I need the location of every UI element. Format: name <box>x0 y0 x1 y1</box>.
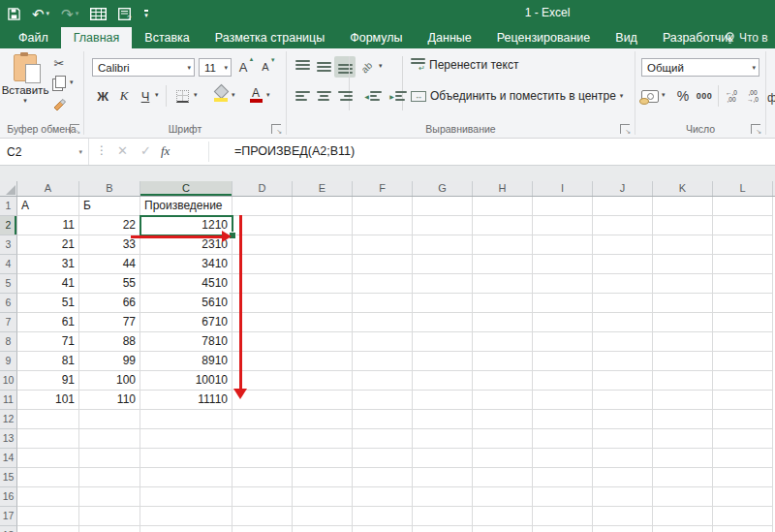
number-dialog-launcher[interactable] <box>751 124 760 134</box>
row-header-4[interactable]: 4 <box>0 255 17 274</box>
cell-A14[interactable] <box>17 449 79 468</box>
italic-button[interactable]: К <box>113 85 135 107</box>
cell-I11[interactable] <box>533 391 593 410</box>
cell-I16[interactable] <box>533 487 593 507</box>
cell-G9[interactable] <box>413 352 473 371</box>
font-size-select[interactable]: 11▾ <box>199 58 232 77</box>
wrap-text-button[interactable]: ↵ Перенести текст <box>411 58 518 72</box>
cell-F10[interactable] <box>353 371 413 391</box>
format-painter-button[interactable] <box>48 95 70 116</box>
cell-L15[interactable] <box>713 468 773 487</box>
cell-E3[interactable] <box>293 235 353 255</box>
fill-color-caret-icon[interactable]: ▾ <box>232 91 235 99</box>
cell-C15[interactable] <box>140 468 232 487</box>
cell-C4[interactable]: 3410 <box>140 255 232 274</box>
cell-J11[interactable] <box>593 391 653 410</box>
cell-I1[interactable] <box>533 197 593 216</box>
cell-J13[interactable] <box>593 429 653 449</box>
cell-C17[interactable] <box>140 507 232 526</box>
save-icon[interactable] <box>8 8 20 20</box>
cell-I15[interactable] <box>533 468 593 487</box>
cell-I2[interactable] <box>533 216 593 235</box>
merge-center-button[interactable]: ↔ Объединить и поместить в центре ▾ <box>411 89 623 103</box>
underline-caret-icon[interactable]: ▾ <box>155 91 159 99</box>
column-header-H[interactable]: H <box>473 181 533 196</box>
name-box[interactable]: C2 ▾ <box>0 139 89 165</box>
cell-H2[interactable] <box>473 216 533 235</box>
cell-L9[interactable] <box>713 352 773 371</box>
row-header-13[interactable]: 13 <box>0 429 17 449</box>
accounting-format-button[interactable] <box>639 85 661 107</box>
cell-D16[interactable] <box>232 487 293 507</box>
comma-style-button[interactable]: 000 <box>694 85 715 107</box>
cell-E4[interactable] <box>293 255 353 274</box>
font-dialog-launcher[interactable] <box>271 124 281 134</box>
cell-K12[interactable] <box>653 410 713 429</box>
cell-E8[interactable] <box>293 332 353 352</box>
font-color-button[interactable]: А <box>245 84 266 106</box>
redo-caret-icon[interactable]: ▾ <box>76 10 79 17</box>
cell-E12[interactable] <box>293 410 353 429</box>
cell-C5[interactable]: 4510 <box>140 274 232 294</box>
cell-D12[interactable] <box>232 410 293 429</box>
cell-B9[interactable]: 99 <box>79 352 140 371</box>
cell-E13[interactable] <box>293 429 353 449</box>
align-left-button[interactable] <box>292 85 313 107</box>
cell-H11[interactable] <box>473 391 533 410</box>
cell-B12[interactable] <box>79 410 140 429</box>
cell-G6[interactable] <box>413 294 473 313</box>
cell-C16[interactable] <box>140 487 232 507</box>
underline-button[interactable]: Ч <box>135 85 156 107</box>
cell-L8[interactable] <box>713 332 773 352</box>
cell-H9[interactable] <box>473 352 533 371</box>
decrease-indent-button[interactable]: ◀ <box>360 85 386 107</box>
cell-K18[interactable] <box>653 526 713 532</box>
cell-F8[interactable] <box>353 332 413 352</box>
undo-caret-icon[interactable]: ▾ <box>46 10 50 17</box>
increase-indent-button[interactable]: ▶ <box>386 85 411 107</box>
cell-A3[interactable]: 21 <box>17 235 79 255</box>
cell-C18[interactable] <box>140 526 232 532</box>
cell-E1[interactable] <box>293 197 353 216</box>
cell-E17[interactable] <box>293 507 353 526</box>
cell-A13[interactable] <box>17 429 79 449</box>
cell-G8[interactable] <box>413 332 473 352</box>
increase-font-size-button[interactable]: A▲ <box>232 56 254 78</box>
cell-J9[interactable] <box>593 352 653 371</box>
cell-G4[interactable] <box>413 255 473 274</box>
cell-I18[interactable] <box>533 526 593 532</box>
cell-F17[interactable] <box>353 507 413 526</box>
fill-color-button[interactable] <box>210 83 232 105</box>
cell-A6[interactable]: 51 <box>17 294 79 313</box>
cell-A2[interactable]: 11 <box>17 216 79 235</box>
cell-A7[interactable]: 61 <box>17 313 79 332</box>
cell-A15[interactable] <box>17 468 79 487</box>
cell-B4[interactable]: 44 <box>79 255 140 274</box>
cell-G17[interactable] <box>413 507 473 526</box>
cut-button[interactable]: ✂ <box>48 52 70 74</box>
cell-D15[interactable] <box>232 468 293 487</box>
enter-icon[interactable]: ✓ <box>140 143 151 158</box>
tell-me-box[interactable]: Что в <box>725 27 775 48</box>
cell-L14[interactable] <box>713 449 773 468</box>
cell-E11[interactable] <box>293 391 353 410</box>
row-header-14[interactable]: 14 <box>0 449 17 468</box>
paste-caret-icon[interactable]: ▾ <box>23 97 27 105</box>
cell-F9[interactable] <box>353 352 413 371</box>
font-color-caret-icon[interactable]: ▾ <box>266 91 270 99</box>
cell-J14[interactable] <box>593 449 653 468</box>
cell-J6[interactable] <box>593 294 653 313</box>
cell-B3[interactable]: 33 <box>79 235 140 255</box>
align-right-button[interactable] <box>334 85 356 107</box>
cell-L1[interactable] <box>713 197 773 216</box>
bold-button[interactable]: Ж <box>92 85 113 107</box>
cell-B11[interactable]: 110 <box>79 391 140 410</box>
formula-input[interactable]: =ПРОИЗВЕД(A2;B11) <box>234 144 355 158</box>
cell-L10[interactable] <box>713 371 773 391</box>
align-top-button[interactable] <box>292 56 313 78</box>
cell-F18[interactable] <box>353 526 413 532</box>
cell-J2[interactable] <box>593 216 653 235</box>
cell-J8[interactable] <box>593 332 653 352</box>
tab-1[interactable]: Главная <box>61 27 133 48</box>
cell-D18[interactable] <box>232 526 293 532</box>
